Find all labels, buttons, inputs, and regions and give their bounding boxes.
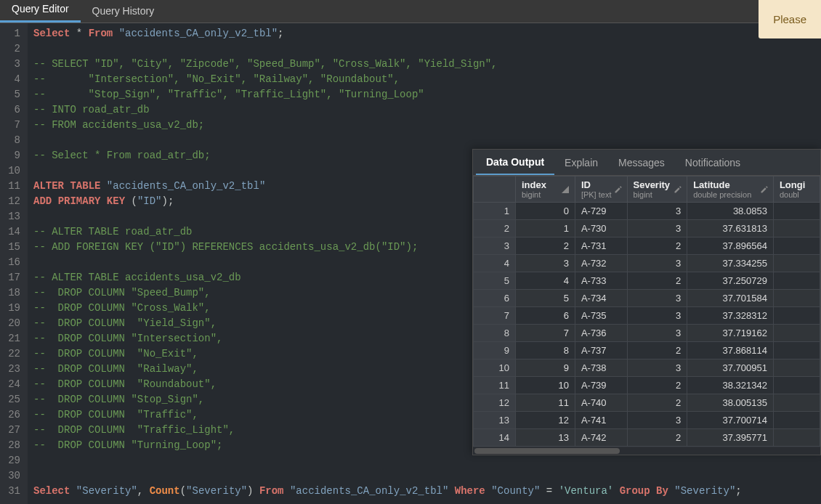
data-tab-explain[interactable]: Explain bbox=[554, 151, 608, 174]
cell[interactable]: 3 bbox=[627, 325, 687, 342]
cell[interactable]: 38.005135 bbox=[687, 394, 774, 412]
cell[interactable]: 3 bbox=[627, 412, 687, 429]
cell[interactable]: A-740 bbox=[575, 394, 627, 412]
column-header-longi[interactable]: Longidoubl bbox=[773, 176, 820, 203]
cell[interactable] bbox=[773, 325, 820, 342]
cell[interactable]: 10 bbox=[516, 377, 575, 394]
tab-query-history[interactable]: Query History bbox=[81, 0, 166, 23]
cell[interactable]: 6 bbox=[516, 307, 575, 325]
table-row[interactable]: 32A-731237.896564 bbox=[474, 237, 820, 255]
table-row[interactable]: 10A-729338.0853 bbox=[474, 203, 820, 220]
cell[interactable]: 37.700951 bbox=[687, 359, 774, 377]
code-line[interactable] bbox=[33, 41, 815, 57]
code-line[interactable] bbox=[33, 453, 815, 468]
cell[interactable]: A-742 bbox=[575, 429, 627, 447]
cell[interactable]: A-741 bbox=[575, 412, 627, 429]
cell[interactable]: 37.328312 bbox=[687, 307, 774, 325]
cell[interactable]: 8 bbox=[516, 342, 575, 359]
code-line[interactable] bbox=[33, 468, 815, 484]
horizontal-scrollbar[interactable] bbox=[473, 447, 820, 455]
cell[interactable]: 37.868114 bbox=[687, 342, 774, 359]
cell[interactable]: A-734 bbox=[575, 290, 627, 307]
table-row[interactable]: 109A-738337.700951 bbox=[474, 359, 820, 377]
cell[interactable]: 2 bbox=[627, 342, 687, 359]
scrollbar-thumb[interactable] bbox=[474, 448, 620, 454]
cell[interactable]: 37.250729 bbox=[687, 272, 774, 290]
cell[interactable]: 0 bbox=[516, 203, 575, 220]
sort-icon[interactable] bbox=[562, 186, 569, 193]
cell[interactable]: 1 bbox=[516, 220, 575, 237]
cell[interactable]: 37.700714 bbox=[687, 412, 774, 429]
table-row[interactable]: 98A-737237.868114 bbox=[474, 342, 820, 359]
cell[interactable]: 4 bbox=[516, 272, 575, 290]
cell[interactable]: 3 bbox=[627, 220, 687, 237]
table-row[interactable]: 43A-732337.334255 bbox=[474, 255, 820, 272]
cell[interactable]: 37.334255 bbox=[687, 255, 774, 272]
cell[interactable]: 2 bbox=[627, 429, 687, 447]
edit-icon[interactable] bbox=[760, 185, 769, 194]
cell[interactable]: 2 bbox=[627, 377, 687, 394]
result-grid[interactable]: indexbigintID[PK] textSeveritybigintLati… bbox=[473, 176, 820, 447]
code-line[interactable]: -- SELECT "ID", "City", "Zipcode", "Spee… bbox=[33, 57, 815, 72]
column-header-id[interactable]: ID[PK] text bbox=[575, 176, 627, 203]
code-line[interactable]: Select * From "accidents_CA_only_v2_tbl"… bbox=[33, 26, 815, 41]
cell[interactable]: 12 bbox=[516, 412, 575, 429]
cell[interactable]: 3 bbox=[627, 359, 687, 377]
code-line[interactable]: -- INTO road_atr_db bbox=[33, 102, 815, 118]
cell[interactable] bbox=[773, 429, 820, 447]
cell[interactable] bbox=[773, 272, 820, 290]
code-line[interactable]: -- "Stop_Sign", "Traffic", "Traffic_Ligh… bbox=[33, 87, 815, 102]
cell[interactable]: 37.631813 bbox=[687, 220, 774, 237]
code-line[interactable]: Select "Severity", Count("Severity") Fro… bbox=[33, 484, 815, 499]
cell[interactable]: 37.896564 bbox=[687, 237, 774, 255]
cell[interactable]: A-735 bbox=[575, 307, 627, 325]
cell[interactable] bbox=[773, 307, 820, 325]
cell[interactable] bbox=[773, 342, 820, 359]
cell[interactable]: A-733 bbox=[575, 272, 627, 290]
cell[interactable]: 2 bbox=[627, 394, 687, 412]
table-row[interactable]: 76A-735337.328312 bbox=[474, 307, 820, 325]
cell[interactable]: A-730 bbox=[575, 220, 627, 237]
cell[interactable] bbox=[773, 237, 820, 255]
cell[interactable]: 37.701584 bbox=[687, 290, 774, 307]
cell[interactable] bbox=[773, 290, 820, 307]
cell[interactable] bbox=[773, 220, 820, 237]
code-line[interactable]: -- "Intersection", "No_Exit", "Railway",… bbox=[33, 72, 815, 87]
cell[interactable] bbox=[773, 377, 820, 394]
cell[interactable]: 2 bbox=[516, 237, 575, 255]
cell[interactable]: 3 bbox=[516, 255, 575, 272]
code-line[interactable]: -- FROM accidents_usa_v2_db; bbox=[33, 118, 815, 133]
edit-icon[interactable] bbox=[614, 185, 623, 194]
data-tab-messages[interactable]: Messages bbox=[608, 151, 675, 174]
cell[interactable]: 38.321342 bbox=[687, 377, 774, 394]
cell[interactable]: 11 bbox=[516, 394, 575, 412]
table-row[interactable]: 1211A-740238.005135 bbox=[474, 394, 820, 412]
notification-banner[interactable]: Please bbox=[759, 0, 821, 38]
table-row[interactable]: 1413A-742237.395771 bbox=[474, 429, 820, 447]
table-row[interactable]: 21A-730337.631813 bbox=[474, 220, 820, 237]
table-row[interactable]: 65A-734337.701584 bbox=[474, 290, 820, 307]
table-row[interactable]: 54A-733237.250729 bbox=[474, 272, 820, 290]
cell[interactable] bbox=[773, 412, 820, 429]
cell[interactable]: 37.395771 bbox=[687, 429, 774, 447]
cell[interactable]: 3 bbox=[627, 290, 687, 307]
cell[interactable]: A-737 bbox=[575, 342, 627, 359]
table-row[interactable]: 1110A-739238.321342 bbox=[474, 377, 820, 394]
cell[interactable]: A-729 bbox=[575, 203, 627, 220]
cell[interactable]: 13 bbox=[516, 429, 575, 447]
tab-query-editor[interactable]: Query Editor bbox=[0, 0, 81, 23]
cell[interactable] bbox=[773, 255, 820, 272]
column-header-severity[interactable]: Severitybigint bbox=[627, 176, 687, 203]
table-row[interactable]: 87A-736337.719162 bbox=[474, 325, 820, 342]
cell[interactable] bbox=[773, 359, 820, 377]
cell[interactable]: A-739 bbox=[575, 377, 627, 394]
cell[interactable]: 3 bbox=[627, 203, 687, 220]
cell[interactable]: 2 bbox=[627, 237, 687, 255]
cell[interactable]: 3 bbox=[627, 307, 687, 325]
cell[interactable]: 7 bbox=[516, 325, 575, 342]
column-header-index[interactable]: indexbigint bbox=[516, 176, 575, 203]
column-header-latitude[interactable]: Latitudedouble precision bbox=[687, 176, 774, 203]
cell[interactable]: 2 bbox=[627, 272, 687, 290]
cell[interactable]: 37.719162 bbox=[687, 325, 774, 342]
cell[interactable]: A-732 bbox=[575, 255, 627, 272]
